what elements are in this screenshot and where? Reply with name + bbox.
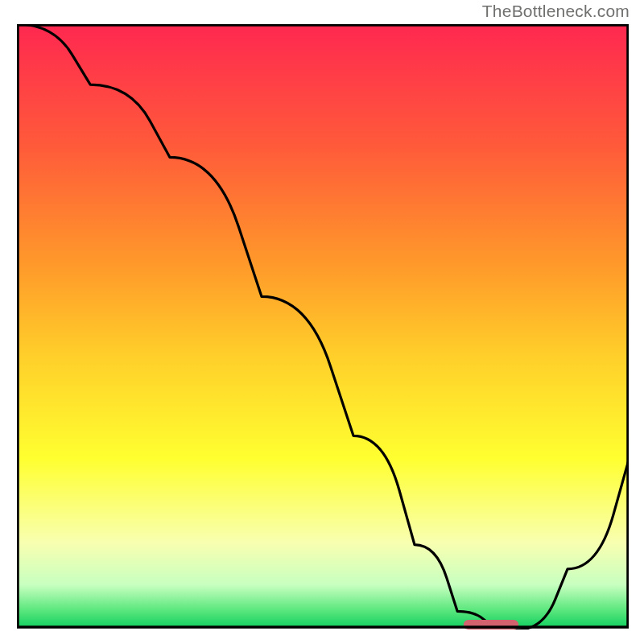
watermark-text: TheBottleneck.com [482,2,630,21]
chart-background-gradient [18,25,628,627]
bottleneck-chart [17,24,629,630]
